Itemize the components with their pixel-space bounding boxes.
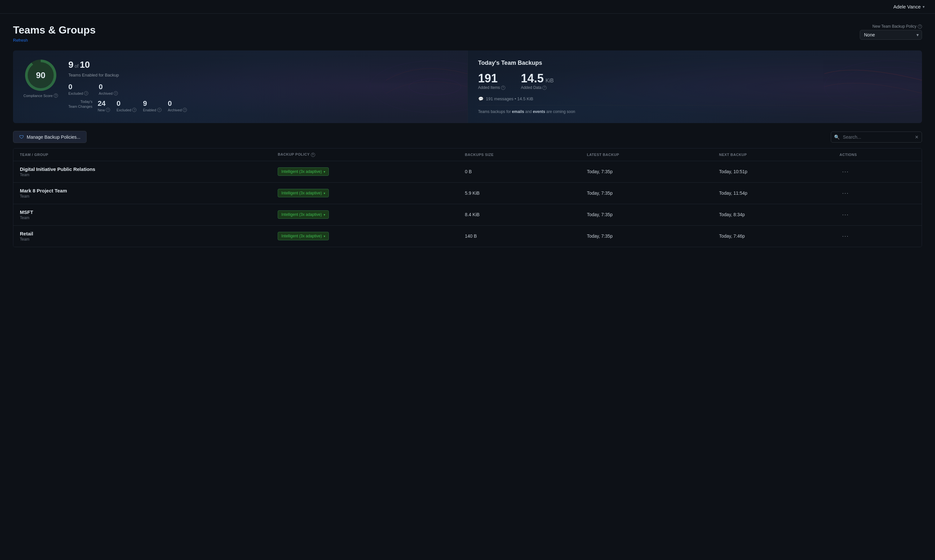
policy-badge-3[interactable]: Intelligent (3x adaptive) ▾ xyxy=(278,232,329,240)
main-content: Teams & Groups Refresh New Team Backup P… xyxy=(0,14,935,257)
actions-button-0[interactable]: ··· xyxy=(840,167,852,177)
right-stats-card: Today's Team Backups 191 Added Items ? 1… xyxy=(468,51,922,123)
changes-row: 24 New ? 0 Excluded ? xyxy=(98,99,187,112)
excluded-stat: 0 Excluded ? xyxy=(68,83,88,95)
cell-next-0: Today, 10:51p xyxy=(713,161,833,182)
toolbar: 🛡 Manage Backup Policies... 🔍 ✕ xyxy=(13,131,922,143)
teams-of-label: of xyxy=(75,63,80,69)
compliance-inner: 90 xyxy=(28,62,54,88)
team-name-1: Mark 8 Project Team xyxy=(20,188,265,193)
added-data-help-icon[interactable]: ? xyxy=(542,86,547,90)
cell-actions-2: ··· xyxy=(833,204,922,225)
cell-size-2: 8.4 KiB xyxy=(458,204,580,225)
cell-size-0: 0 B xyxy=(458,161,580,182)
added-items-section: 191 Added Items ? xyxy=(478,72,505,90)
col-size: BACKUPS SIZE xyxy=(458,148,580,161)
added-data-unit: KiB xyxy=(546,78,554,83)
archived-stat: 0 Archived ? xyxy=(98,83,118,95)
new-enabled-label: Enabled ? xyxy=(143,108,161,112)
new-excluded-help-icon[interactable]: ? xyxy=(132,108,137,112)
actions-button-2[interactable]: ··· xyxy=(840,210,852,220)
cell-actions-1: ··· xyxy=(833,182,922,204)
compliance-ring: 90 xyxy=(25,60,56,91)
coming-soon-emails: emails xyxy=(512,109,524,114)
actions-button-3[interactable]: ··· xyxy=(840,231,852,241)
cell-next-1: Today, 11:54p xyxy=(713,182,833,204)
stats-row: 90 Compliance Score ? 9 of 10 Te xyxy=(13,51,922,123)
team-type-2: Team xyxy=(20,215,265,220)
policy-col-help-icon[interactable]: ? xyxy=(311,153,315,157)
manage-backup-policies-button[interactable]: 🛡 Manage Backup Policies... xyxy=(13,131,87,143)
new-excluded-value: 0 xyxy=(117,99,137,108)
page-top-bar: Teams & Groups Refresh New Team Backup P… xyxy=(13,24,922,43)
new-label: New ? xyxy=(98,108,110,112)
archived-value: 0 xyxy=(98,83,118,91)
cell-team-2: MSFT Team xyxy=(13,204,271,225)
policy-badge-2[interactable]: Intelligent (3x adaptive) ▾ xyxy=(278,210,329,219)
teams-enabled-label: Teams Enabled for Backup xyxy=(68,72,457,77)
table-header: TEAM / GROUP BACKUP POLICY ? BACKUPS SIZ… xyxy=(13,148,922,161)
teams-enabled-num: 9 xyxy=(68,60,74,70)
policy-chevron-icon-0: ▾ xyxy=(324,170,325,174)
col-team: TEAM / GROUP xyxy=(13,148,271,161)
added-data-section: 14.5 KiB Added Data ? xyxy=(521,72,554,90)
table-row: MSFT Team Intelligent (3x adaptive) ▾ 8.… xyxy=(13,204,922,225)
today-changes-label: Today'sTeam Changes xyxy=(68,99,92,109)
backup-title: Today's Team Backups xyxy=(478,60,912,66)
excluded-value: 0 xyxy=(68,83,88,91)
policy-select[interactable]: None Intelligent (3x adaptive) Standard … xyxy=(860,30,922,40)
policy-chevron-icon-3: ▾ xyxy=(324,234,325,238)
archived-label: Archived ? xyxy=(98,91,118,95)
cell-actions-0: ··· xyxy=(833,161,922,182)
search-container: 🔍 ✕ xyxy=(831,132,922,143)
teams-count: 9 of 10 xyxy=(68,60,457,70)
left-card-content: 90 Compliance Score ? 9 of 10 Te xyxy=(23,60,457,112)
excluded-label: Excluded ? xyxy=(68,91,88,95)
coming-soon-events: events xyxy=(533,109,545,114)
archived-help-icon[interactable]: ? xyxy=(114,91,118,95)
page-title: Teams & Groups xyxy=(13,24,96,36)
page-title-section: Teams & Groups Refresh xyxy=(13,24,96,43)
policy-select-wrapper[interactable]: None Intelligent (3x adaptive) Standard … xyxy=(860,30,922,40)
table-row: Mark 8 Project Team Team Intelligent (3x… xyxy=(13,182,922,204)
compliance-help-icon[interactable]: ? xyxy=(54,94,58,98)
policy-chevron-icon-2: ▾ xyxy=(324,213,325,217)
coming-soon-text: Teams backups for emails and events are … xyxy=(478,109,912,114)
new-enabled-stat: 9 Enabled ? xyxy=(143,99,161,112)
policy-badge-1[interactable]: Intelligent (3x adaptive) ▾ xyxy=(278,189,329,197)
compliance-circle: 90 Compliance Score ? xyxy=(23,60,58,98)
cell-policy-3: Intelligent (3x adaptive) ▾ xyxy=(271,225,458,247)
policy-badge-0[interactable]: Intelligent (3x adaptive) ▾ xyxy=(278,167,329,176)
cell-next-3: Today, 7:46p xyxy=(713,225,833,247)
new-archived-help-icon[interactable]: ? xyxy=(183,108,187,112)
cell-policy-2: Intelligent (3x adaptive) ▾ xyxy=(271,204,458,225)
table-row: Retail Team Intelligent (3x adaptive) ▾ … xyxy=(13,225,922,247)
cell-actions-3: ··· xyxy=(833,225,922,247)
policy-chevron-icon-1: ▾ xyxy=(324,191,325,195)
new-archived-label: Archived ? xyxy=(168,108,187,112)
teams-table: TEAM / GROUP BACKUP POLICY ? BACKUPS SIZ… xyxy=(13,148,922,247)
excluded-help-icon[interactable]: ? xyxy=(84,91,88,95)
table-body: Digital Initiative Public Relations Team… xyxy=(13,161,922,247)
today-changes-section: Today'sTeam Changes 24 New ? 0 xyxy=(68,99,457,112)
teams-stats: 9 of 10 Teams Enabled for Backup 0 Exclu… xyxy=(68,60,457,112)
compliance-score-value: 90 xyxy=(36,70,45,80)
added-items-help-icon[interactable]: ? xyxy=(501,86,505,90)
left-stats-card: 90 Compliance Score ? 9 of 10 Te xyxy=(13,51,468,123)
refresh-link[interactable]: Refresh xyxy=(13,38,28,43)
backup-numbers: 191 Added Items ? 14.5 KiB Added Data ? xyxy=(478,72,912,90)
added-data-value: 14.5 xyxy=(521,72,544,85)
user-menu[interactable]: Adele Vance ▾ xyxy=(893,4,924,9)
policy-help-icon[interactable]: ? xyxy=(918,25,922,29)
new-archived-stat: 0 Archived ? xyxy=(168,99,187,112)
team-name-3: Retail xyxy=(20,231,265,236)
col-actions: ACTIONS xyxy=(833,148,922,161)
compliance-label: Compliance Score ? xyxy=(23,94,58,98)
search-input[interactable] xyxy=(831,132,922,143)
new-value: 24 xyxy=(98,99,110,108)
messages-icon: 💬 xyxy=(478,96,483,101)
actions-button-1[interactable]: ··· xyxy=(840,189,852,198)
new-help-icon[interactable]: ? xyxy=(106,108,110,112)
close-icon[interactable]: ✕ xyxy=(915,134,919,140)
new-enabled-help-icon[interactable]: ? xyxy=(157,108,161,112)
